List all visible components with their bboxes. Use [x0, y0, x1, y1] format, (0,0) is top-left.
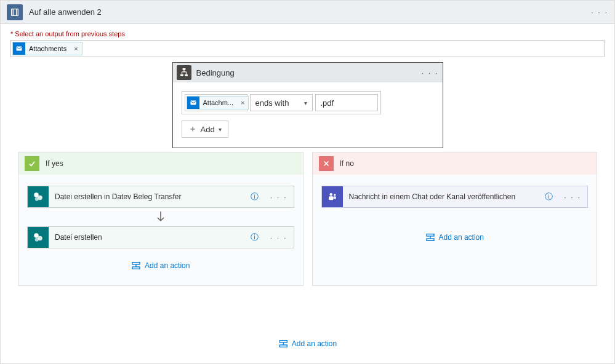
- sharepoint-icon: [28, 186, 49, 207]
- condition-icon: [177, 65, 191, 80]
- if-no-branch: If no Nachricht in einem Chat oder Kanal…: [312, 152, 598, 286]
- plus-icon: ＋: [188, 124, 197, 135]
- close-icon: [319, 156, 334, 171]
- value2-text: .pdf: [321, 98, 334, 108]
- insert-step-icon: [131, 261, 141, 271]
- condition-value1-field[interactable]: Attachm... ×: [185, 94, 247, 111]
- chevron-down-icon: ▾: [304, 100, 307, 106]
- select-output-field[interactable]: Attachments ×: [10, 40, 605, 57]
- svg-point-9: [34, 233, 39, 238]
- svg-point-15: [334, 194, 336, 196]
- outlook-icon: [13, 42, 25, 55]
- if-yes-branch: If yes Datei erstellen in Datev Beleg Tr…: [18, 152, 303, 286]
- condition-row: Attachm... × ends with ▾ .pdf: [185, 94, 378, 111]
- condition-header[interactable]: Bedingung · · ·: [173, 63, 443, 82]
- select-output-label: Select an output from previous steps: [10, 30, 614, 38]
- condition-more-button[interactable]: · · ·: [421, 68, 438, 77]
- insert-step-icon: [425, 232, 435, 242]
- if-yes-label: If yes: [46, 159, 63, 168]
- chip-remove-button[interactable]: ×: [70, 45, 81, 52]
- foreach-more-button[interactable]: · · ·: [591, 7, 608, 17]
- attachments-chip[interactable]: Attachments ×: [12, 42, 82, 55]
- sharepoint-icon: [28, 227, 49, 248]
- svg-point-11: [35, 238, 39, 242]
- outlook-icon: [187, 97, 199, 109]
- chip-label: Attachments: [25, 45, 70, 52]
- chevron-down-icon: ▾: [219, 126, 222, 133]
- add-action-label: Add an action: [439, 233, 484, 242]
- svg-rect-16: [329, 196, 334, 200]
- svg-rect-17: [333, 196, 336, 199]
- condition-value2-field[interactable]: .pdf: [315, 94, 378, 111]
- arrow-down-icon: [27, 209, 294, 225]
- foreach-title: Auf alle anwenden 2: [29, 7, 585, 17]
- svg-point-8: [35, 197, 39, 201]
- add-action-button[interactable]: Add an action: [321, 232, 589, 242]
- condition-title: Bedingung: [196, 68, 417, 77]
- svg-rect-19: [427, 239, 434, 240]
- if-no-label: If no: [340, 159, 354, 168]
- insert-step-icon: [278, 339, 288, 349]
- chip-label: Attachm...: [199, 99, 238, 106]
- action-title: Datei erstellen in Datev Beleg Transfer: [49, 192, 246, 201]
- svg-rect-2: [180, 75, 183, 76]
- if-no-header: If no: [313, 152, 597, 175]
- branches-container: If yes Datei erstellen in Datev Beleg Tr…: [1, 152, 614, 286]
- add-action-label: Add an action: [292, 339, 337, 348]
- action-card[interactable]: Nachricht in einem Chat oder Kanal veröf…: [321, 186, 589, 208]
- condition-card: Bedingung · · · Attachm... ×: [172, 62, 443, 148]
- svg-rect-12: [132, 263, 140, 264]
- help-icon[interactable]: ⓘ: [540, 191, 558, 202]
- action-more-button[interactable]: · · ·: [558, 192, 587, 202]
- condition-operator-dropdown[interactable]: ends with ▾: [250, 94, 313, 111]
- teams-icon: [322, 186, 343, 207]
- action-title: Datei erstellen: [49, 233, 246, 242]
- add-action-button[interactable]: Add an action: [278, 339, 337, 349]
- svg-rect-0: [12, 9, 18, 15]
- svg-point-14: [329, 193, 332, 196]
- if-yes-header: If yes: [18, 152, 303, 175]
- add-action-button[interactable]: Add an action: [27, 261, 294, 271]
- action-card[interactable]: Datei erstellen in Datev Beleg Transfer …: [27, 186, 294, 208]
- loop-icon: [7, 4, 23, 20]
- add-label: Add: [201, 125, 215, 134]
- action-title: Nachricht in einem Chat oder Kanal veröf…: [343, 192, 540, 201]
- help-icon[interactable]: ⓘ: [246, 191, 263, 202]
- action-more-button[interactable]: · · ·: [263, 192, 293, 202]
- action-more-button[interactable]: · · ·: [263, 233, 293, 242]
- help-icon[interactable]: ⓘ: [246, 232, 263, 243]
- svg-rect-3: [185, 75, 187, 76]
- svg-point-6: [34, 192, 39, 197]
- action-card[interactable]: Datei erstellen ⓘ · · ·: [27, 226, 294, 248]
- condition-value1-chip[interactable]: Attachm... ×: [187, 96, 249, 109]
- svg-rect-13: [132, 267, 140, 269]
- condition-add-button[interactable]: ＋ Add ▾: [182, 121, 228, 138]
- svg-rect-20: [279, 341, 287, 342]
- check-icon: [25, 156, 39, 171]
- svg-rect-21: [279, 345, 287, 347]
- svg-rect-4: [183, 69, 185, 70]
- add-action-label: Add an action: [145, 261, 190, 270]
- foreach-header[interactable]: Auf alle anwenden 2 · · ·: [1, 1, 614, 24]
- svg-rect-18: [427, 234, 434, 236]
- chip-remove-button[interactable]: ×: [237, 99, 248, 106]
- operator-label: ends with: [255, 98, 289, 108]
